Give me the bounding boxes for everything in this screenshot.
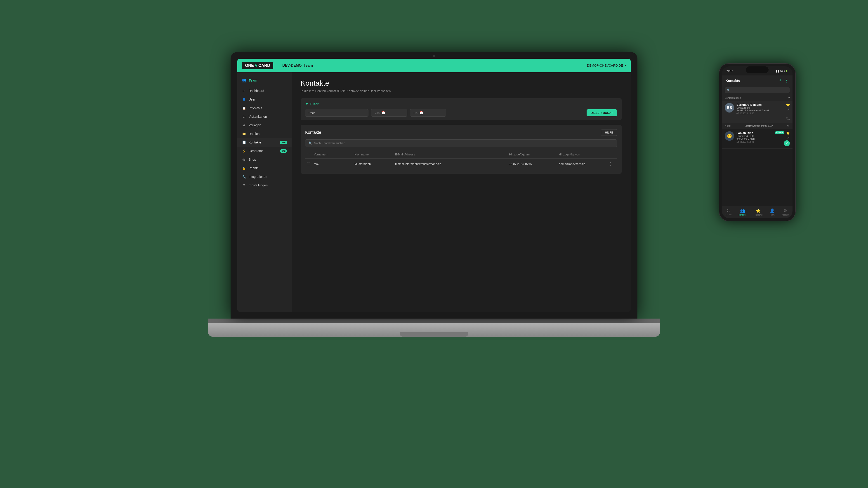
karten-nav-icon: 🗂: [726, 208, 731, 213]
sidebar-item-user[interactable]: 👤 User: [237, 95, 291, 104]
contacts-section-title: Kontakte: [305, 130, 321, 135]
phone-header-title: Kontakte: [725, 78, 740, 83]
sidebar-item-vorlagen[interactable]: 🖥 Vorlagen: [237, 121, 291, 129]
laptop-hinge: [208, 319, 660, 323]
dieser-monat-button[interactable]: DIESER MONAT: [587, 109, 617, 116]
header-user-email: DEMO@ONEVCARD.DE ▾: [587, 64, 626, 67]
sidebar-item-visitenkarten[interactable]: 🗂 Visitenkarten: [237, 112, 291, 121]
note-text-bernhard: Notiz:: [725, 125, 731, 127]
phone-sort-label: Sortieren nach: [725, 96, 741, 99]
sort-dropdown-icon[interactable]: ▾: [788, 96, 790, 99]
header-actions: [609, 153, 615, 156]
share-icon-fabian[interactable]: ↗: [787, 136, 790, 139]
avatar-bernhard: BB: [725, 103, 734, 112]
row-checkbox-cell: [307, 162, 314, 165]
generator-icon: ⚡: [242, 149, 246, 153]
sidebar-item-kontakte[interactable]: 📄 Kontakte neu: [237, 138, 291, 147]
account-nav-icon: ⚙: [783, 208, 787, 213]
main-content: Kontakte In diesem Bereich kannst du die…: [291, 72, 631, 312]
physicals-icon: 📋: [242, 106, 246, 110]
sidebar: 👥 Team ⊞ Dashboard 👤 User 📋 Physicals: [237, 72, 291, 312]
phone-nav-account[interactable]: ⚙ Account: [782, 208, 789, 216]
user-filter-select[interactable]: User: [305, 109, 368, 117]
sidebar-item-physicals[interactable]: 📋 Physicals: [237, 104, 291, 112]
phone-nav-team[interactable]: 👤 Team: [770, 208, 775, 216]
header-added-by: Hinzugefügt von: [559, 153, 609, 156]
phone-add-icon[interactable]: +: [779, 78, 782, 83]
kontakte-icon: 📄: [242, 140, 246, 144]
contact-name-bernhard: Bernhard Beispiel: [737, 103, 786, 106]
row-more-button[interactable]: ⋮: [609, 161, 615, 166]
laptop-base: [208, 323, 660, 337]
logo-card: CARD: [258, 63, 270, 68]
phone-contact-item-fabian[interactable]: 🙂 VCARD Fabian Ripp Founder & CEO oneVca…: [722, 129, 793, 149]
row-checkbox[interactable]: [307, 162, 310, 165]
search-input[interactable]: [314, 141, 614, 145]
table-header: Vorname ↑ Nachname E-Mail-Adresse Hinzug…: [305, 151, 617, 159]
edit-icon[interactable]: ✏: [787, 124, 790, 128]
cell-vorname: Max: [314, 162, 354, 166]
logo-v: V: [255, 63, 257, 68]
teal-button-fabian[interactable]: ✓: [784, 140, 790, 146]
header-added-date: Hinzugefügt am: [509, 153, 559, 156]
user-icon: 👤: [242, 97, 246, 101]
star-icon-fabian[interactable]: ⭐: [786, 131, 790, 135]
bis-calendar-icon: 📅: [419, 111, 423, 115]
phone-search: 🔍: [722, 86, 793, 95]
header-dropdown-icon[interactable]: ▾: [625, 64, 626, 67]
share-icon[interactable]: ↗: [787, 107, 790, 111]
sidebar-team-label: 👥 Team: [237, 76, 291, 85]
app-header: ONE V CARD DEV-DEMO_Team DEMO@ONEVCARD.D…: [237, 59, 631, 72]
dashboard-icon: ⊞: [242, 89, 246, 93]
filter-icon: ▼: [305, 102, 309, 106]
logo-one: ONE: [245, 63, 254, 68]
sidebar-item-rechte[interactable]: 🔒 Rechte: [237, 164, 291, 172]
filter-header: ▼ Filter: [305, 102, 617, 106]
download-icon[interactable]: ↓: [788, 112, 790, 116]
contact-actions-fabian: ⭐ ↗ ✓: [784, 131, 790, 146]
phone-search-input[interactable]: 🔍: [725, 87, 790, 93]
dateien-icon: 📁: [242, 132, 246, 136]
vorlagen-icon: 🖥: [242, 123, 246, 127]
phone-contact-item-bernhard[interactable]: BB Bernhard Beispiel Einkaufsleiter SAMP…: [722, 101, 793, 123]
phone-mockup: 21:57 ▌▌ WiFi 🔋 Kontakte + ⋮ 🔍: [719, 63, 796, 221]
highlights-nav-icon: ⭐: [756, 208, 761, 213]
phone-nav-highlights[interactable]: ⭐ Highlights: [754, 208, 763, 216]
cell-nachname: Mustermann: [354, 162, 395, 166]
hilfe-button[interactable]: HILFE: [601, 129, 617, 136]
contacts-table: Vorname ↑ Nachname E-Mail-Adresse Hinzug…: [305, 151, 617, 169]
einstellungen-icon: ⚙: [242, 183, 246, 187]
search-icon: 🔍: [309, 141, 312, 145]
header-checkbox: [307, 153, 314, 156]
app-screen: ONE V CARD DEV-DEMO_Team DEMO@ONEVCARD.D…: [237, 59, 631, 312]
contact-date-fabian: 13.05.2024 13:41: [737, 140, 784, 143]
header-vorname: Vorname ↑: [314, 153, 354, 156]
page-title: Kontakte: [301, 79, 622, 88]
shop-icon: 🛍: [242, 158, 246, 162]
search-bar[interactable]: 🔍: [305, 139, 617, 147]
sidebar-item-dateien[interactable]: 📁 Dateien: [237, 129, 291, 138]
phone-icon[interactable]: 📞: [786, 117, 790, 120]
cell-email: max.mustermann@mustermann.de: [395, 162, 509, 166]
sidebar-item-generator[interactable]: ⚡ Generator neu: [237, 147, 291, 155]
star-icon[interactable]: ⭐: [786, 103, 790, 107]
sidebar-item-dashboard[interactable]: ⊞ Dashboard: [237, 87, 291, 95]
kontakte-badge: neu: [280, 141, 287, 144]
vcard-badge: VCARD: [775, 131, 784, 134]
integrationen-icon: 🔧: [242, 175, 246, 179]
sidebar-item-einstellungen[interactable]: ⚙ Einstellungen: [237, 181, 291, 190]
header-checkbox-input[interactable]: [307, 153, 310, 156]
cell-added-date: 15.07.2024 16:46: [509, 162, 559, 166]
phone-sort-bar: Sortieren nach ▾: [722, 95, 793, 101]
sidebar-item-shop[interactable]: 🛍 Shop: [237, 155, 291, 164]
phone-nav-karten[interactable]: 🗂 Karten: [725, 208, 732, 216]
contact-date-bernhard: 07.08.2024 14:56: [737, 112, 786, 115]
contact-company-fabian: oneVcard GmbH: [737, 137, 784, 140]
phone-nav-kontakte[interactable]: 👥 Kontakte: [739, 208, 747, 216]
app-body: 👥 Team ⊞ Dashboard 👤 User 📋 Physicals: [237, 72, 631, 312]
von-date-input[interactable]: Von 📅: [371, 109, 407, 117]
phone-menu-icon[interactable]: ⋮: [784, 78, 789, 83]
team-nav-icon: 👤: [770, 208, 775, 213]
bis-date-input[interactable]: Bis 📅: [410, 109, 446, 117]
sidebar-item-integrationen[interactable]: 🔧 Integrationen: [237, 172, 291, 181]
